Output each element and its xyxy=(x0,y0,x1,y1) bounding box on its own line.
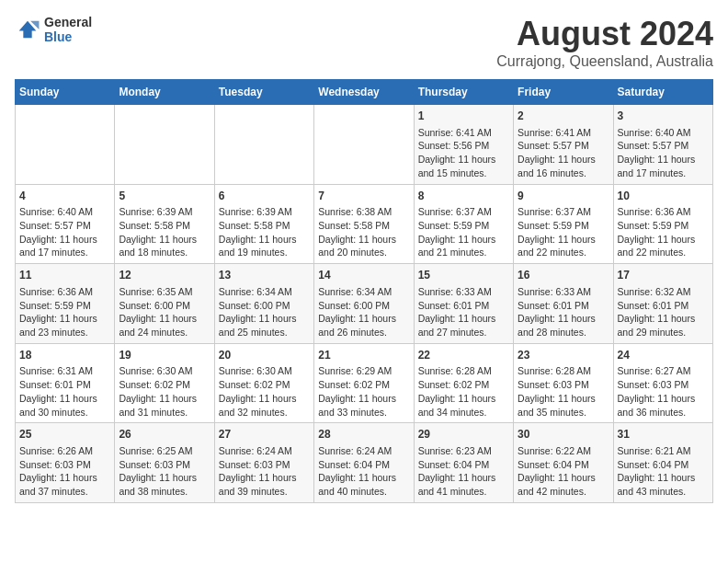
day-info: Daylight: 11 hours and 39 minutes. xyxy=(219,471,310,498)
day-info: Sunset: 5:59 PM xyxy=(618,219,709,233)
day-number: 31 xyxy=(618,427,709,442)
day-info: Daylight: 11 hours and 24 minutes. xyxy=(119,312,210,339)
day-info: Sunrise: 6:33 AM xyxy=(418,285,509,299)
day-info: Sunset: 5:57 PM xyxy=(518,139,609,153)
day-info: Sunset: 6:03 PM xyxy=(618,378,709,392)
day-info: Sunset: 6:01 PM xyxy=(19,378,110,392)
day-info: Daylight: 11 hours and 21 minutes. xyxy=(418,233,509,259)
logo-line2: Blue xyxy=(44,29,92,44)
day-info: Sunrise: 6:30 AM xyxy=(219,364,310,378)
day-info: Sunset: 6:00 PM xyxy=(119,299,210,313)
logo-text: General Blue xyxy=(44,15,92,44)
day-info: Sunrise: 6:28 AM xyxy=(418,364,509,378)
day-number: 2 xyxy=(518,109,609,124)
calendar-table: SundayMondayTuesdayWednesdayThursdayFrid… xyxy=(15,79,713,503)
calendar-cell: 25Sunrise: 6:26 AMSunset: 6:03 PMDayligh… xyxy=(16,423,115,503)
day-number: 13 xyxy=(219,268,310,283)
calendar-cell: 8Sunrise: 6:37 AMSunset: 5:59 PMDaylight… xyxy=(414,184,513,264)
day-info: Daylight: 11 hours and 15 minutes. xyxy=(418,153,509,179)
calendar-cell: 12Sunrise: 6:35 AMSunset: 6:00 PMDayligh… xyxy=(115,264,214,344)
day-info: Sunrise: 6:36 AM xyxy=(618,205,709,219)
calendar-cell: 14Sunrise: 6:34 AMSunset: 6:00 PMDayligh… xyxy=(314,264,414,344)
calendar-week-1: 1Sunrise: 6:41 AMSunset: 5:56 PMDaylight… xyxy=(16,105,713,185)
day-info: Sunset: 5:58 PM xyxy=(219,219,310,233)
day-info: Daylight: 11 hours and 38 minutes. xyxy=(119,471,210,498)
day-info: Sunrise: 6:41 AM xyxy=(518,126,609,140)
logo-icon xyxy=(15,17,40,42)
calendar-cell: 10Sunrise: 6:36 AMSunset: 5:59 PMDayligh… xyxy=(613,184,712,264)
day-info: Sunrise: 6:33 AM xyxy=(518,285,609,299)
day-number: 28 xyxy=(318,427,409,442)
day-info: Sunset: 5:58 PM xyxy=(119,219,210,233)
day-number: 16 xyxy=(518,268,609,283)
day-number: 26 xyxy=(119,427,210,442)
day-info: Sunrise: 6:31 AM xyxy=(19,364,110,378)
day-number: 22 xyxy=(418,348,509,363)
calendar-cell xyxy=(314,105,414,185)
day-number: 17 xyxy=(618,268,709,283)
calendar-week-5: 25Sunrise: 6:26 AMSunset: 6:03 PMDayligh… xyxy=(16,423,713,503)
day-number: 23 xyxy=(518,348,609,363)
day-info: Sunrise: 6:32 AM xyxy=(618,285,709,299)
day-info: Sunrise: 6:34 AM xyxy=(318,285,409,299)
calendar-cell: 27Sunrise: 6:24 AMSunset: 6:03 PMDayligh… xyxy=(214,423,313,503)
day-info: Daylight: 11 hours and 36 minutes. xyxy=(618,392,709,419)
calendar-cell: 21Sunrise: 6:29 AMSunset: 6:02 PMDayligh… xyxy=(314,343,414,423)
calendar-cell: 6Sunrise: 6:39 AMSunset: 5:58 PMDaylight… xyxy=(214,184,313,264)
day-info: Daylight: 11 hours and 17 minutes. xyxy=(618,153,709,179)
column-header-friday: Friday xyxy=(514,80,613,105)
day-info: Sunrise: 6:34 AM xyxy=(219,285,310,299)
calendar-cell: 30Sunrise: 6:22 AMSunset: 6:04 PMDayligh… xyxy=(514,423,613,503)
calendar-cell: 5Sunrise: 6:39 AMSunset: 5:58 PMDaylight… xyxy=(115,184,214,264)
title-block: August 2024 Currajong, Queensland, Austr… xyxy=(496,15,713,70)
day-number: 3 xyxy=(618,109,709,124)
day-info: Sunrise: 6:36 AM xyxy=(19,285,110,299)
day-info: Sunrise: 6:27 AM xyxy=(618,364,709,378)
calendar-cell: 17Sunrise: 6:32 AMSunset: 6:01 PMDayligh… xyxy=(613,264,712,344)
calendar-cell: 3Sunrise: 6:40 AMSunset: 5:57 PMDaylight… xyxy=(613,105,712,185)
day-info: Sunset: 5:59 PM xyxy=(19,299,110,313)
day-number: 24 xyxy=(618,348,709,363)
logo: General Blue xyxy=(15,15,92,44)
calendar-cell: 23Sunrise: 6:28 AMSunset: 6:03 PMDayligh… xyxy=(514,343,613,423)
calendar-cell xyxy=(16,105,115,185)
day-info: Sunrise: 6:24 AM xyxy=(219,444,310,458)
day-info: Daylight: 11 hours and 40 minutes. xyxy=(318,471,409,498)
calendar-cell: 22Sunrise: 6:28 AMSunset: 6:02 PMDayligh… xyxy=(414,343,513,423)
calendar-cell: 1Sunrise: 6:41 AMSunset: 5:56 PMDaylight… xyxy=(414,105,513,185)
day-number: 18 xyxy=(19,348,110,363)
page-subtitle: Currajong, Queensland, Australia xyxy=(496,53,713,70)
day-info: Sunset: 6:04 PM xyxy=(618,458,709,472)
day-number: 15 xyxy=(418,268,509,283)
column-header-saturday: Saturday xyxy=(613,80,712,105)
day-info: Sunset: 6:03 PM xyxy=(219,458,310,472)
day-info: Sunrise: 6:39 AM xyxy=(219,205,310,219)
column-header-thursday: Thursday xyxy=(414,80,513,105)
logo-line1: General xyxy=(44,15,92,29)
day-info: Sunrise: 6:40 AM xyxy=(618,126,709,140)
calendar-header: SundayMondayTuesdayWednesdayThursdayFrid… xyxy=(16,80,713,105)
day-number: 10 xyxy=(618,189,709,204)
day-info: Daylight: 11 hours and 31 minutes. xyxy=(119,392,210,419)
day-number: 9 xyxy=(518,189,609,204)
day-number: 1 xyxy=(418,109,509,124)
calendar-week-3: 11Sunrise: 6:36 AMSunset: 5:59 PMDayligh… xyxy=(16,264,713,344)
column-header-wednesday: Wednesday xyxy=(314,80,414,105)
day-info: Sunset: 5:58 PM xyxy=(318,219,409,233)
day-info: Sunset: 6:02 PM xyxy=(119,378,210,392)
day-info: Daylight: 11 hours and 35 minutes. xyxy=(518,392,609,419)
day-number: 14 xyxy=(318,268,409,283)
day-number: 11 xyxy=(19,268,110,283)
day-info: Daylight: 11 hours and 34 minutes. xyxy=(418,392,509,419)
day-info: Sunrise: 6:37 AM xyxy=(518,205,609,219)
day-number: 19 xyxy=(119,348,210,363)
day-info: Daylight: 11 hours and 42 minutes. xyxy=(518,471,609,498)
calendar-cell: 24Sunrise: 6:27 AMSunset: 6:03 PMDayligh… xyxy=(613,343,712,423)
day-info: Sunset: 6:01 PM xyxy=(518,299,609,313)
calendar-body: 1Sunrise: 6:41 AMSunset: 5:56 PMDaylight… xyxy=(16,105,713,503)
day-info: Daylight: 11 hours and 32 minutes. xyxy=(219,392,310,419)
day-info: Sunset: 5:57 PM xyxy=(618,139,709,153)
day-info: Sunset: 6:04 PM xyxy=(518,458,609,472)
calendar-week-2: 4Sunrise: 6:40 AMSunset: 5:57 PMDaylight… xyxy=(16,184,713,264)
day-info: Sunrise: 6:26 AM xyxy=(19,444,110,458)
